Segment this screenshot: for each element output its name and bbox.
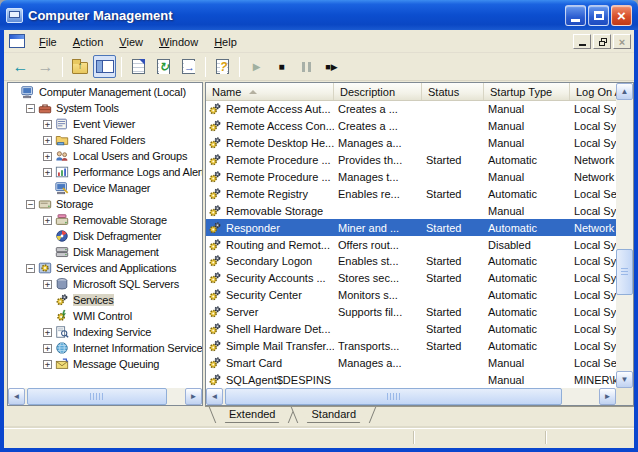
tree-item[interactable]: Disk Defragmenter <box>8 228 202 244</box>
pause-service-button[interactable] <box>295 55 318 78</box>
Simple Mail Transfer...[interactable]: Simple Mail Transfer... Transports... St… <box>206 337 616 354</box>
menu-item[interactable]: Help <box>206 33 245 51</box>
tree-expander-icon[interactable]: + <box>43 152 52 161</box>
Remote Procedure ...[interactable]: Remote Procedure ... Provides th... Star… <box>206 152 616 169</box>
tree-expander-icon[interactable]: − <box>26 200 35 209</box>
Routing and Remot...[interactable]: Routing and Remot... Offers rout... Disa… <box>206 236 616 253</box>
tree-expander-icon[interactable]: + <box>43 360 52 369</box>
Removable Storage[interactable]: Removable Storage Manual Local Sys <box>206 202 616 219</box>
console-window-icon[interactable] <box>9 34 25 48</box>
scroll-right-button[interactable]: ► <box>185 388 202 405</box>
tree-item[interactable]: + Message Queuing <box>8 356 202 372</box>
Smart Card[interactable]: Smart Card Manages a... Manual Local Ser <box>206 354 616 371</box>
tree-item[interactable]: + Event Viewer <box>8 116 202 132</box>
Remote Access Aut...[interactable]: Remote Access Aut... Creates a ... Manua… <box>206 101 616 118</box>
tree-item-label: Message Queuing <box>73 358 159 370</box>
startup-type-cell: Automatic <box>484 289 570 301</box>
name-cell: Secondary Logon <box>206 254 334 268</box>
tree-item[interactable]: + Internet Information Service <box>8 340 202 356</box>
scrollbar-thumb[interactable] <box>225 388 562 405</box>
log-on-as-cell: MINER\ki <box>570 374 616 386</box>
title-bar[interactable]: Computer Management × <box>0 0 638 30</box>
column-header[interactable]: Startup Type <box>484 83 570 100</box>
help-button[interactable] <box>211 55 234 78</box>
scrollbar-thumb[interactable] <box>616 249 633 295</box>
tree-item[interactable]: + Microsoft SQL Servers <box>8 276 202 292</box>
Remote Access Con...[interactable]: Remote Access Con... Creates a ... Manua… <box>206 118 616 135</box>
tree-expander-icon[interactable]: − <box>26 264 35 273</box>
scroll-left-button[interactable]: ◄ <box>8 388 25 405</box>
show-hide-console-tree-button[interactable] <box>93 55 116 78</box>
menu-item[interactable]: Window <box>151 33 206 51</box>
back-button[interactable]: ← <box>9 55 32 78</box>
Remote Desktop He...[interactable]: Remote Desktop He... Manages a... Manual… <box>206 135 616 152</box>
tree-expander-icon[interactable]: + <box>43 216 52 225</box>
column-header[interactable]: Status <box>422 83 484 100</box>
start-service-button[interactable]: ▶ <box>245 55 268 78</box>
child-restore-button[interactable] <box>593 34 611 49</box>
menu-item[interactable]: Action <box>65 33 112 51</box>
tree-item[interactable]: + Shared Folders <box>8 132 202 148</box>
window-body: FileActionViewWindowHelp × ←→▶■■▶ Comput… <box>0 30 638 452</box>
menu-item[interactable]: View <box>111 33 151 51</box>
status-cell: Started <box>422 188 484 200</box>
tree-item[interactable]: WMI Control <box>8 308 202 324</box>
Security Accounts ...[interactable]: Security Accounts ... Stores sec... Star… <box>206 270 616 287</box>
list-horizontal-scrollbar[interactable]: ◄ ► <box>206 388 616 405</box>
tree-item[interactable]: − Storage <box>8 196 202 212</box>
scrollbar-thumb[interactable] <box>27 388 167 405</box>
close-button[interactable]: × <box>611 5 632 26</box>
tree-expander-icon[interactable]: + <box>43 344 52 353</box>
properties-button[interactable] <box>127 55 150 78</box>
tree-expander-icon[interactable]: − <box>26 104 35 113</box>
child-close-button[interactable]: × <box>613 34 631 49</box>
maximize-button[interactable] <box>588 5 609 26</box>
export-list-button[interactable] <box>177 55 200 78</box>
view-tab[interactable]: Extended <box>217 407 287 423</box>
scroll-down-button[interactable]: ▼ <box>616 371 633 388</box>
refresh-button[interactable] <box>152 55 175 78</box>
tree-expander-icon[interactable]: + <box>43 168 52 177</box>
Secondary Logon[interactable]: Secondary Logon Enables st... Started Au… <box>206 253 616 270</box>
view-tab[interactable]: Standard <box>299 407 368 423</box>
tree-horizontal-scrollbar[interactable]: ◄ ► <box>8 388 202 405</box>
Security Center[interactable]: Security Center Monitors s... Automatic … <box>206 287 616 304</box>
scroll-left-button[interactable]: ◄ <box>206 388 223 405</box>
tree-item[interactable]: + Local Users and Groups <box>8 148 202 164</box>
tree-expander-icon[interactable]: + <box>43 280 52 289</box>
Server[interactable]: Server Supports fil... Started Automatic… <box>206 304 616 321</box>
tree-item[interactable]: − Services and Applications <box>8 260 202 276</box>
iis-icon <box>55 341 70 355</box>
tree-item[interactable]: Disk Management <box>8 244 202 260</box>
stop-service-button[interactable]: ■ <box>270 55 293 78</box>
tree-expander-icon[interactable]: + <box>43 136 52 145</box>
tree-item[interactable]: − System Tools <box>8 100 202 116</box>
tree-item[interactable]: Services <box>8 292 202 308</box>
Remote Registry[interactable]: Remote Registry Enables re... Started Au… <box>206 185 616 202</box>
Shell Hardware Det...[interactable]: Shell Hardware Det... Started Automatic … <box>206 321 616 338</box>
tree-item[interactable]: + Indexing Service <box>8 324 202 340</box>
Responder[interactable]: Responder Miner and ... Started Automati… <box>206 219 616 236</box>
forward-button[interactable]: → <box>34 55 57 78</box>
tree-expander-icon[interactable]: + <box>43 120 52 129</box>
tree-item[interactable]: + Performance Logs and Alerts <box>8 164 202 180</box>
indexing-icon <box>55 325 70 339</box>
performance-icon <box>55 165 70 179</box>
tree-item[interactable]: Device Manager <box>8 180 202 196</box>
column-header[interactable]: Description <box>334 83 422 100</box>
column-header[interactable]: Name <box>206 83 334 100</box>
menu-item[interactable]: File <box>31 33 65 51</box>
scroll-up-button[interactable]: ▲ <box>616 83 633 100</box>
column-header[interactable]: Log On A <box>570 83 616 100</box>
minimize-button[interactable] <box>565 5 586 26</box>
up-one-level-button[interactable] <box>68 55 91 78</box>
scroll-right-button[interactable]: ► <box>599 388 616 405</box>
restart-service-button[interactable]: ■▶ <box>320 55 343 78</box>
Remote Procedure ...[interactable]: Remote Procedure ... Manages t... Manual… <box>206 169 616 186</box>
child-minimize-button[interactable] <box>573 34 591 49</box>
tree-item[interactable]: Computer Management (Local) <box>8 84 202 100</box>
SQLAgent$DESPINS[interactable]: SQLAgent$DESPINS Manual MINER\ki <box>206 371 616 388</box>
vertical-scrollbar[interactable]: ▲ ▼ <box>616 83 633 388</box>
tree-expander-icon[interactable]: + <box>43 328 52 337</box>
tree-item[interactable]: + Removable Storage <box>8 212 202 228</box>
